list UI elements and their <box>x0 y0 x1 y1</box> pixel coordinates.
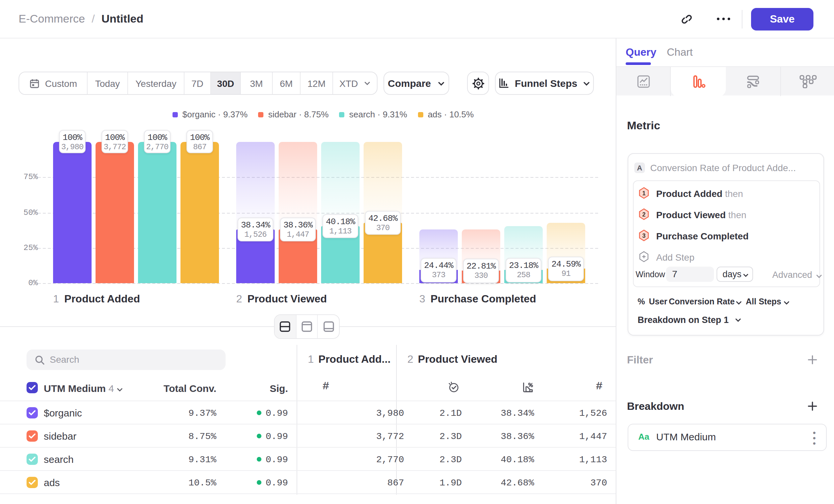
svg-text:3: 3 <box>642 232 645 239</box>
svg-text:2: 2 <box>642 211 645 218</box>
svg-text:1: 1 <box>642 190 645 197</box>
